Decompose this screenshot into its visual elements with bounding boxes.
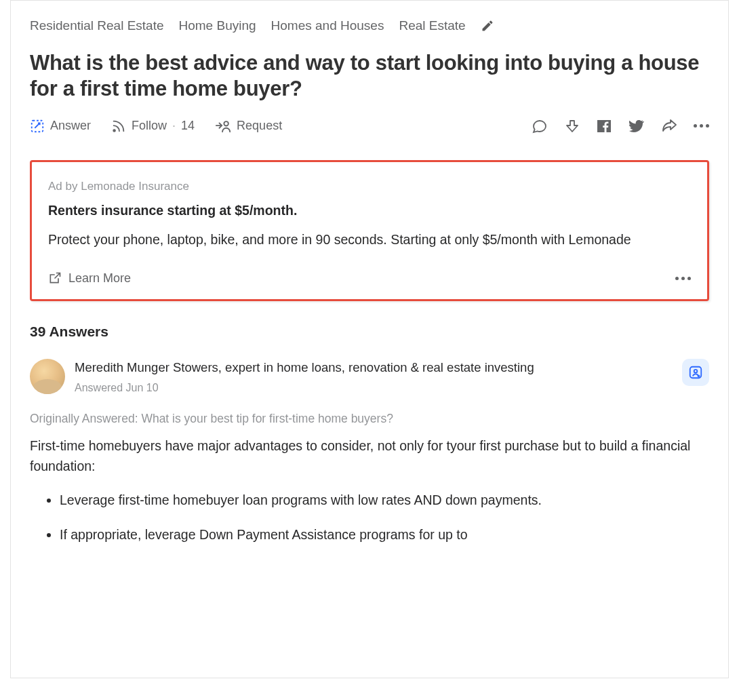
svg-point-4 [694, 370, 698, 373]
follow-button[interactable]: Follow · 14 [111, 117, 195, 134]
svg-point-1 [113, 130, 115, 132]
compose-icon [30, 119, 45, 134]
profile-follow-badge-icon[interactable] [682, 359, 709, 386]
ad-card: Ad by Lemonade Insurance Renters insuran… [30, 160, 709, 300]
answers-count-heading: 39 Answers [30, 322, 709, 341]
list-item: Leverage first-time homebuyer loan progr… [60, 490, 709, 510]
separator-dot: · [172, 117, 176, 134]
question-page: Residential Real Estate Home Buying Home… [10, 0, 729, 678]
comment-icon[interactable] [531, 118, 548, 134]
request-icon [215, 119, 231, 134]
ad-learn-more-button[interactable]: Learn More [48, 270, 131, 287]
answer-paragraph: First-time homebuyers have major advanta… [30, 435, 709, 476]
topic-link-0[interactable]: Residential Real Estate [30, 17, 164, 35]
answered-date[interactable]: Answered Jun 10 [75, 381, 673, 395]
rss-icon [111, 119, 126, 134]
author-name[interactable]: Meredith Munger Stowers [75, 360, 218, 374]
twitter-icon[interactable] [627, 118, 645, 134]
topic-row: Residential Real Estate Home Buying Home… [30, 17, 709, 35]
downvote-icon[interactable] [563, 118, 581, 134]
request-button[interactable]: Request [215, 117, 282, 134]
facebook-icon[interactable] [596, 118, 612, 134]
ad-body: Protect your phone, laptop, bike, and mo… [48, 229, 691, 250]
topic-link-2[interactable]: Homes and Houses [271, 17, 384, 35]
follow-button-label: Follow [132, 117, 167, 134]
follow-count: 14 [181, 117, 195, 134]
answer-item: Meredith Munger Stowers, expert in home … [30, 359, 709, 558]
question-title: What is the best advice and way to start… [30, 50, 709, 103]
ad-more-icon[interactable] [675, 277, 691, 280]
answer-bullet-list: Leverage first-time homebuyer loan progr… [60, 490, 709, 558]
answer-button[interactable]: Answer [30, 117, 91, 134]
originally-answered[interactable]: Originally Answered: What is your best t… [30, 410, 709, 427]
request-button-label: Request [237, 117, 282, 134]
pencil-icon[interactable] [481, 19, 494, 33]
topic-link-3[interactable]: Real Estate [399, 17, 465, 35]
ad-sponsor-label: Ad by Lemonade Insurance [48, 178, 691, 195]
answer-button-label: Answer [50, 117, 91, 134]
topic-link-1[interactable]: Home Buying [179, 17, 256, 35]
ad-headline[interactable]: Renters insurance starting at $5/month. [48, 201, 691, 220]
ad-cta-label: Learn More [68, 270, 131, 287]
more-icon[interactable] [694, 124, 709, 128]
author-credential: , expert in home loans, renovation & rea… [218, 360, 534, 374]
share-icon[interactable] [660, 118, 679, 134]
external-link-icon [48, 271, 62, 285]
list-item: If appropriate, leverage Down Payment As… [60, 524, 709, 545]
avatar[interactable] [30, 359, 65, 394]
author-line: Meredith Munger Stowers, expert in home … [75, 359, 673, 376]
svg-point-2 [224, 121, 228, 125]
question-actions: Answer Follow · 14 Request [30, 117, 709, 134]
